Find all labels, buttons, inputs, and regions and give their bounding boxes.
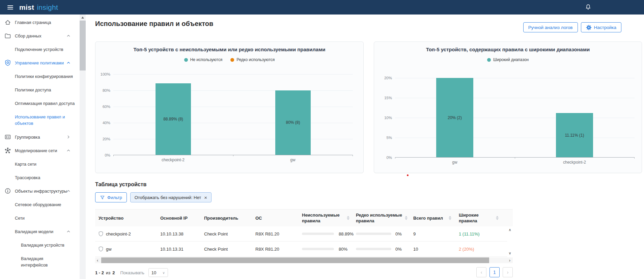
bell-icon[interactable] — [585, 4, 592, 11]
page-1-button[interactable]: 1 — [489, 267, 500, 277]
sidebar-item-label: Группировка — [15, 135, 40, 140]
sidebar-item-networks[interactable]: Сети — [0, 211, 80, 225]
sidebar-item-label: Моделирование сети — [15, 148, 57, 153]
bar-value-label: 80% (8) — [286, 120, 300, 125]
vertical-scrollbar[interactable] — [80, 15, 86, 279]
page-size-select[interactable]: 10 ∨ — [148, 268, 168, 277]
sidebar-item-tracing[interactable]: Трассировка — [0, 171, 80, 184]
sidebar-item-infrastructure-objects[interactable]: Объекты инфраструктуры — [0, 184, 80, 198]
sidebar-item-label: Сбор данных — [15, 33, 41, 38]
column-header-device[interactable]: Устройство — [99, 215, 123, 221]
sidebar-item-policy-management[interactable]: Управление политиками — [0, 56, 80, 69]
chevron-right-icon — [66, 135, 71, 139]
sort-arrows-icon[interactable] — [496, 216, 499, 220]
brand-secondary: insight — [37, 3, 58, 11]
scroll-down-arrow-icon[interactable]: ∨ — [508, 251, 511, 255]
shield-icon — [98, 246, 104, 252]
sidebar-item-network-equipment[interactable]: Сетевое оборудование — [0, 198, 80, 211]
filter-chip-label: Отображать без нарушений: Нет — [135, 195, 201, 200]
scrollbar-thumb[interactable] — [80, 21, 86, 71]
info-icon — [4, 188, 11, 194]
unused-progress-bar — [302, 233, 334, 235]
table-vertical-scrollbar[interactable]: ∧ ∨ — [507, 226, 513, 257]
sidebar-item-data-collection[interactable]: Сбор данных — [0, 29, 80, 43]
y-tick: 0% — [105, 153, 110, 157]
cell-ip: 10.10.13.31 — [160, 247, 184, 252]
table-row[interactable]: checkpoint-2 10.10.13.38 Check Point R8X… — [95, 226, 513, 242]
sidebar-item-interface-validation[interactable]: Валидация интерфейсов — [0, 252, 80, 272]
network-icon — [4, 147, 11, 154]
sort-arrows-icon[interactable] — [405, 216, 408, 220]
column-header-os[interactable]: ОС — [255, 215, 262, 221]
column-header-primary-ip[interactable]: Основной IP — [160, 215, 188, 221]
next-page-button[interactable]: › — [503, 267, 513, 277]
bar-chart-plot: 100% 80% 60% 40% 20% 0% 88.89% (8) 80% (… — [113, 74, 353, 155]
sidebar-item-home[interactable]: Главная страница — [0, 16, 80, 29]
settings-button[interactable]: Настройка — [581, 22, 621, 32]
table-row[interactable]: gw 10.10.13.31 Check Point R8X R81.20 80… — [95, 242, 513, 257]
settings-label: Настройка — [594, 25, 616, 30]
sidebar-item-rule-object-usage[interactable]: Использование правил и объектов — [0, 110, 80, 130]
chevron-up-icon — [66, 33, 71, 38]
manual-log-analysis-button[interactable]: Ручной анализ логов — [523, 22, 578, 32]
table-header-row: Устройство Основной IP Производитель ОС … — [95, 210, 513, 226]
sidebar-item-device-connection[interactable]: Подключение устройств — [0, 43, 80, 56]
sidebar-item-access-rule-optimization[interactable]: Оптимизация правил доступа — [0, 96, 80, 110]
sidebar-item-model-validation[interactable]: Валидация модели — [0, 225, 80, 238]
cell-device: gw — [106, 247, 112, 252]
sort-arrows-icon[interactable] — [347, 216, 349, 220]
cell-ip: 10.10.13.38 — [160, 231, 184, 236]
sidebar-item-network-modeling[interactable]: Моделирование сети — [0, 144, 80, 157]
page-size-label: Показывать — [120, 270, 144, 275]
manual-log-analysis-label: Ручной анализ логов — [528, 25, 573, 30]
cell-os: R8X R81.20 — [255, 231, 279, 236]
y-tick: 10% — [384, 116, 392, 120]
filter-chip-no-violations[interactable]: Отображать без нарушений: Нет × — [130, 192, 212, 202]
legend-item-rarely-used[interactable]: Редко используются — [230, 57, 275, 62]
grouping-card-icon — [4, 134, 11, 140]
sort-arrows-icon[interactable] — [449, 216, 451, 220]
scroll-up-arrow-icon[interactable] — [80, 15, 86, 21]
chart-title: Топ-5 устройств с неиспользуемыми или ре… — [95, 47, 363, 52]
chip-close-icon[interactable]: × — [204, 195, 207, 200]
prev-page-button[interactable]: ‹ — [476, 267, 486, 277]
main-content: Использование правил и объектов Ручной а… — [86, 15, 644, 279]
sidebar-item-label: Трассировка — [15, 175, 40, 180]
cell-os: R8X R81.20 — [255, 247, 279, 252]
hamburger-menu-icon[interactable] — [7, 5, 13, 9]
cell-total-rules: 10 — [413, 247, 418, 252]
sidebar-item-grouping[interactable]: Группировка — [0, 130, 80, 144]
sidebar-item-device-validation[interactable]: Валидация устройств — [0, 238, 80, 252]
cell-wide-rules: 1 (11.11%) — [459, 231, 480, 236]
column-header-rarely-used-rules[interactable]: Редко используемые правила — [356, 212, 405, 224]
sidebar-item-config-policies[interactable]: Политики конфигурирования — [0, 69, 80, 83]
legend-item-unused[interactable]: Не используются — [184, 57, 223, 62]
bar-gw: 80% (8) — [275, 90, 311, 155]
scroll-right-arrow-icon[interactable]: › — [509, 257, 510, 263]
pagination-of-label: из — [106, 270, 110, 275]
sidebar-item-access-policies[interactable]: Политики доступа — [0, 83, 80, 96]
column-header-total-rules[interactable]: Всего правил — [413, 215, 443, 221]
chevron-up-icon — [66, 148, 71, 153]
cell-device: checkpoint-2 — [106, 231, 131, 236]
table-horizontal-scrollbar[interactable]: ‹ › — [95, 257, 513, 263]
scroll-left-arrow-icon[interactable]: ‹ — [97, 257, 98, 263]
sidebar-item-label: Валидация интерфейсов — [21, 255, 65, 268]
filter-button[interactable]: Фильтр — [95, 192, 127, 202]
legend-item-wide-range[interactable]: Широкий диапазон — [487, 57, 529, 62]
column-header-unused-rules[interactable]: Неиспользуемые правила — [302, 212, 342, 224]
folder-icon — [4, 32, 11, 39]
pagination-bar: 1 - 2 из 2 Показывать 10 ∨ ‹ 1 › — [95, 267, 513, 278]
sidebar-item-label: Оптимизация правил доступа — [15, 101, 75, 106]
column-header-wide-rules[interactable]: Широкие правила — [459, 212, 488, 224]
scrollbar-thumb[interactable] — [101, 257, 489, 263]
sidebar-item-network-map[interactable]: Карта сети — [0, 157, 80, 171]
scroll-up-arrow-icon[interactable]: ∧ — [508, 228, 511, 232]
y-tick: 60% — [103, 105, 110, 109]
sidebar-item-label: Политики конфигурирования — [15, 74, 73, 79]
column-header-vendor[interactable]: Производитель — [204, 215, 238, 221]
sidebar-item-label: Валидация модели — [15, 229, 53, 234]
chevron-left-icon: ‹ — [481, 270, 482, 275]
bar-value-label: 20% (2) — [448, 115, 462, 120]
pagination-total: 2 — [112, 270, 115, 275]
